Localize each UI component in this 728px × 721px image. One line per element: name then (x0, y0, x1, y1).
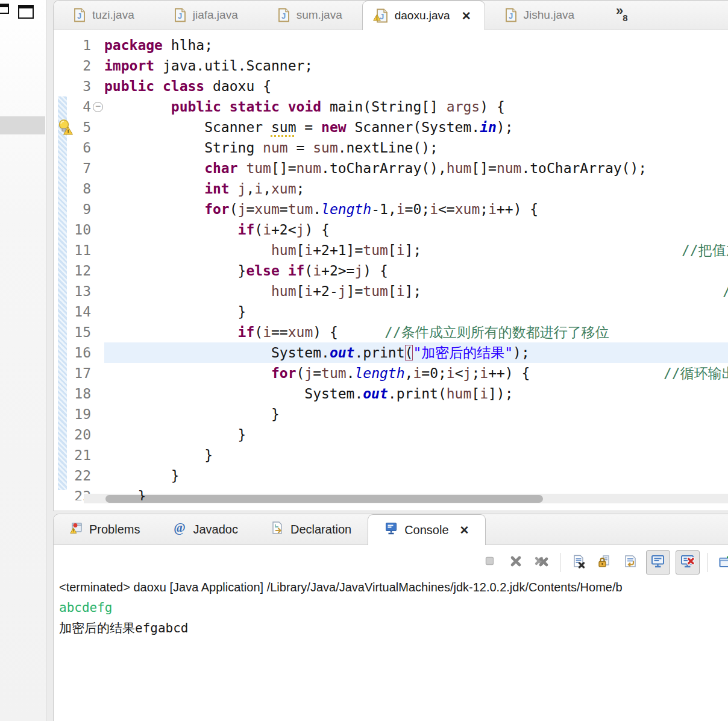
code-token: i (413, 365, 421, 381)
line-number[interactable]: 1 (54, 35, 91, 55)
code-line-6[interactable]: 6 String num = sum.nextLine(); (54, 137, 728, 158)
line-number[interactable]: 12 (54, 260, 91, 281)
code-line-14[interactable]: 14 } (54, 301, 728, 322)
line-number[interactable]: 3 (54, 76, 91, 96)
code-token: i (313, 263, 321, 279)
toolbar-separator (560, 553, 560, 572)
code-line-3[interactable]: 3public class daoxu { (54, 76, 728, 96)
minimized-view-slot[interactable] (0, 116, 45, 134)
code-line-7[interactable]: 7 char tum[]=num.toCharArray(),hum[]=num… (54, 158, 728, 178)
code-line-16[interactable]: 16 System.out.print("加密后的结果"); (54, 342, 728, 363)
code-line-21[interactable]: 21 } (54, 445, 728, 465)
line-number[interactable]: 16 (54, 342, 91, 363)
editor-tab-daoxu-java[interactable]: J!daoxu.java✕ (362, 1, 485, 30)
code-token: = (297, 119, 322, 135)
code-token: []= (271, 160, 297, 176)
tab-overflow-indicator[interactable]: »8 (616, 1, 629, 30)
code-line-4[interactable]: 4− public static void main(String[] args… (54, 96, 728, 117)
line-number[interactable]: 2 (54, 55, 91, 76)
code-line-11[interactable]: 11 hum[i+2+1]=tum[i];//把值加 (54, 240, 728, 260)
code-token: tum (363, 242, 388, 258)
line-number[interactable]: 21 (54, 445, 91, 465)
code-line-9[interactable]: 9 for(j=xum=tum.length-1,i=0;i<=xum;i++)… (54, 199, 728, 219)
code-line-12[interactable]: 12 }else if(i+2>=j) { (54, 260, 728, 281)
editor-tab-label: Jishu.java (524, 8, 575, 22)
clear-console-button[interactable] (568, 552, 589, 573)
line-number[interactable]: 18 (54, 383, 91, 404)
code-token: tum (363, 283, 388, 299)
editor-tab-tuzi-java[interactable]: Jtuzi.java (54, 1, 154, 30)
code-line-20[interactable]: 20 } (54, 424, 728, 445)
code-line-8[interactable]: 8 int j,i,xum; (54, 178, 728, 199)
line-number[interactable]: 20 (54, 424, 91, 445)
show-stderr-button[interactable] (676, 550, 700, 575)
code-line-10[interactable]: 10 if(i+2<j) { (54, 219, 728, 240)
line-number[interactable]: 9 (54, 199, 91, 219)
line-number[interactable]: 22 (54, 465, 91, 486)
editor-tab-Jishu-java[interactable]: JJishu.java (485, 1, 595, 30)
code-line-19[interactable]: 19 } (54, 404, 728, 424)
code-token: void (288, 99, 321, 115)
code-token: = (280, 201, 288, 217)
code-line-17[interactable]: 17 for(j=tum.length,i=0;i<j;i++) {//循环输出 (54, 363, 728, 383)
word-wrap-button[interactable] (620, 552, 641, 573)
line-number[interactable]: 15 (54, 322, 91, 342)
maximize-view-icon[interactable] (18, 5, 34, 19)
close-icon[interactable]: ✕ (460, 523, 469, 537)
open-console-button[interactable] (716, 552, 728, 573)
remove-all-launches-button[interactable] (532, 552, 552, 573)
fold-minus-icon[interactable]: − (93, 102, 103, 112)
line-number[interactable]: 13 (54, 281, 91, 301)
line-number[interactable]: 11 (54, 240, 91, 260)
scroll-lock-button[interactable] (594, 552, 615, 573)
code-token: j (338, 283, 347, 299)
view-tab-declaration[interactable]: Declaration (254, 514, 368, 544)
view-tab-javadoc[interactable]: @Javadoc (156, 514, 254, 544)
line-number[interactable]: 10 (54, 219, 91, 240)
code-token: daoxu { (204, 78, 271, 94)
code-token: ++) { (497, 201, 538, 217)
code-line-13[interactable]: 13 hum[i+2-j]=tum[i];//把 (54, 281, 728, 301)
minimized-view-strip (0, 0, 46, 721)
code-token: . (313, 201, 321, 217)
line-number[interactable]: 8 (54, 178, 91, 199)
editor-tab-label: daoxu.java (395, 9, 450, 22)
restore-view-icon[interactable] (0, 4, 9, 14)
code-line-1[interactable]: 1package hlha; (54, 35, 728, 55)
line-number[interactable]: 19 (54, 404, 91, 424)
code-line-18[interactable]: 18 System.out.print(hum[i]); (54, 383, 728, 404)
line-number[interactable]: 14 (54, 301, 91, 322)
scrollbar-thumb[interactable] (105, 495, 543, 503)
editor-tab-jiafa-java[interactable]: Jjiafa.java (154, 1, 258, 30)
horizontal-scrollbar[interactable] (84, 494, 728, 503)
editor-tab-sum-java[interactable]: Jsum.java (258, 1, 362, 30)
lightbulb-warning-icon[interactable]: ! (58, 119, 74, 135)
terminate-button[interactable] (480, 552, 500, 573)
show-stdout-button[interactable] (646, 550, 670, 575)
close-icon[interactable]: ✕ (462, 9, 471, 23)
code-line-15[interactable]: 15 if(i==xum) {//条件成立则所有的数都进行了移位 (54, 322, 728, 342)
code-token: = (288, 140, 313, 156)
code-token: +2+1]= (313, 242, 363, 258)
view-tab-problems[interactable]: !Problems (54, 514, 156, 544)
console-output[interactable]: <terminated> daoxu [Java Application] /L… (59, 577, 728, 638)
console-view: <terminated> daoxu [Java Application] /L… (54, 544, 728, 721)
line-number[interactable]: 6 (54, 137, 91, 158)
code-line-5[interactable]: 5 Scanner sum = new Scanner(System.in); (54, 117, 728, 137)
code-line-22[interactable]: 22 } (54, 465, 728, 486)
code-token: for (271, 365, 297, 381)
line-number[interactable]: 7 (54, 158, 91, 178)
code-token: ( (304, 263, 313, 279)
warning-overlay-icon: ! (373, 11, 381, 24)
code-line-2[interactable]: 2import java.util.Scanner; (54, 55, 728, 76)
code-token: = (246, 201, 254, 217)
view-tab-console[interactable]: Console✕ (368, 514, 486, 545)
remove-launch-button[interactable] (506, 552, 526, 573)
code-editor[interactable]: 1package hlha;2import java.util.Scanner;… (54, 30, 728, 500)
code-text: } (104, 445, 213, 465)
show-stdout-icon (650, 553, 666, 571)
line-number[interactable]: 4 (54, 96, 91, 117)
code-token: i (488, 201, 497, 217)
code-token: i (304, 242, 313, 258)
line-number[interactable]: 17 (54, 363, 91, 383)
